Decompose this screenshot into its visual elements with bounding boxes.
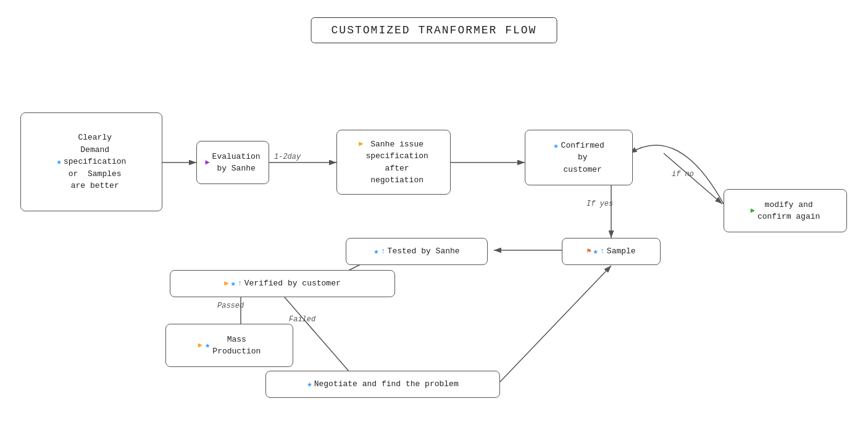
star-blue-negotiate-icon: ★ (307, 378, 312, 391)
arrow-up-sample-icon: ↑ (600, 245, 605, 258)
node-modify: ▶ modify andconfirm again (724, 189, 847, 232)
label-1-2day: 1-2day (274, 153, 301, 161)
sample-text: Sample (607, 245, 636, 258)
title-text: CUSTOMIZED TRANFORMER FLOW (332, 24, 537, 36)
modify-text: modify andconfirm again (757, 199, 820, 223)
flag-orange-icon: ▶ (359, 138, 363, 150)
verified-text: Verified by customer (244, 277, 341, 290)
flag-orange-verified-icon: ▶ (224, 278, 228, 289)
star-blue-verified-icon: ★ (230, 277, 235, 290)
node-negotiate: ★ Negotiate and find the problem (265, 371, 500, 398)
star-blue-tested-icon: ★ (373, 245, 378, 258)
tested-text: Tested by Sanhe (388, 245, 460, 258)
node-sample: ⚑ ★ ↑ Sample (562, 238, 661, 265)
flag-green-icon: ▶ (751, 205, 755, 216)
flow-diagram: CUSTOMIZED TRANFORMER FLOW (0, 0, 868, 422)
svg-line-5 (664, 153, 722, 204)
svg-line-11 (500, 266, 611, 382)
star-blue-confirmed-icon: ★ (553, 140, 558, 153)
svg-line-10 (284, 297, 358, 382)
arrow-up-tested-icon: ↑ (381, 245, 386, 258)
mass-production-text: MassProduction (212, 334, 261, 358)
node-sanhe-issue: ▶ Sanhe issuespecificationafternegotiati… (336, 130, 451, 195)
flag-red-icon: ⚑ (586, 246, 591, 257)
negotiate-text: Negotiate and find the problem (314, 378, 459, 390)
node-evaluation: ▶ Evaluationby Sanhe (196, 141, 269, 184)
label-passed: Passed (217, 302, 244, 310)
label-if-yes: If yes (586, 200, 613, 208)
label-if-no: if no (672, 170, 694, 179)
clearly-demand-text: ClearlyDemandspecificationor Samplesare … (64, 132, 126, 192)
flag-orange-mass-icon: ▶ (198, 340, 202, 351)
star-blue-sample-icon: ★ (593, 245, 598, 258)
node-confirmed: ★ Confirmedbycustomer (525, 130, 633, 185)
node-tested: ★ ↑ Tested by Sanhe (346, 238, 488, 265)
sanhe-issue-text: Sanhe issuespecificationafternegotiation (365, 138, 428, 187)
arrow-up-verified-icon: ↑ (238, 277, 243, 290)
node-verified: ▶ ★ ↑ Verified by customer (170, 270, 395, 297)
star-blue-icon: ★ (57, 156, 62, 169)
diagram-title: CUSTOMIZED TRANFORMER FLOW (311, 17, 557, 43)
node-clearly-demand: ★ ClearlyDemandspecificationor Samplesar… (20, 112, 162, 211)
evaluation-text: Evaluationby Sanhe (212, 151, 261, 175)
node-mass-production: ▶ ★ MassProduction (165, 324, 293, 367)
triangle-purple-icon: ▶ (205, 157, 209, 168)
confirmed-text: Confirmedbycustomer (561, 140, 604, 176)
label-failed: Failed (289, 315, 315, 324)
star-blue-mass-icon: ★ (205, 339, 210, 352)
